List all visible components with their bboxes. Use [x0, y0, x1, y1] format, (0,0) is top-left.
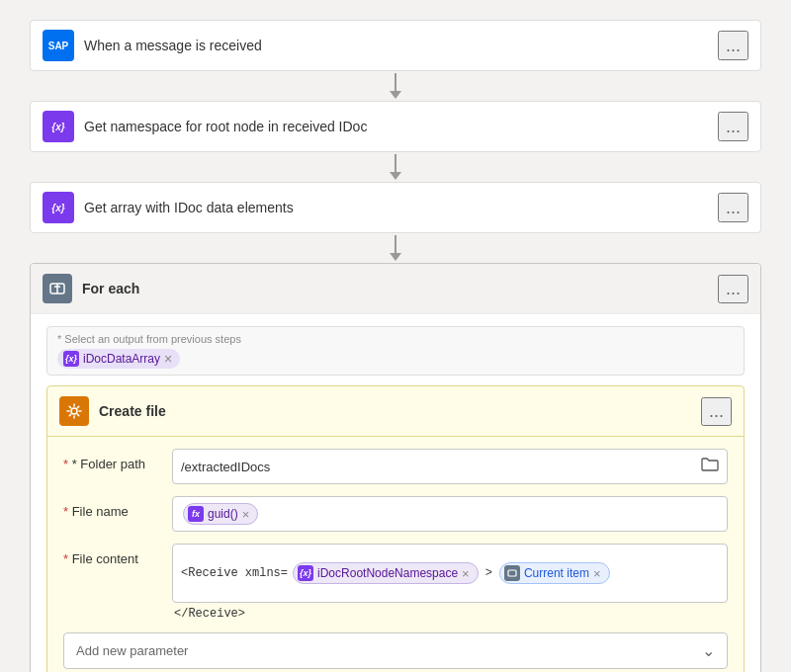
folder-path-value: /extractedIDocs — [181, 460, 270, 474]
get-array-more-button[interactable]: ... — [718, 193, 748, 222]
connector-line-2 — [395, 154, 396, 172]
flow-container: SAP When a message is received ... {x} G… — [30, 20, 761, 672]
connector-arrow-2 — [390, 172, 401, 180]
create-file-card: Create file ... * * Folder path /extract… — [46, 385, 745, 672]
get-namespace-card: {x} Get namespace for root node in recei… — [30, 101, 761, 152]
current-item-close[interactable]: × — [593, 567, 601, 580]
var-icon-label-3: {x} — [51, 203, 64, 213]
svg-point-1 — [71, 408, 77, 414]
create-file-icon — [59, 396, 89, 426]
create-file-body: * * Folder path /extractedIDocs — [47, 437, 744, 672]
connector-1 — [390, 73, 401, 99]
foreach-header: For each ... — [31, 264, 760, 314]
current-item-pill: Current item × — [499, 562, 610, 584]
foreach-more-button[interactable]: ... — [718, 275, 748, 303]
tag-label: iDocDataArray — [83, 352, 160, 366]
file-name-req: * — [63, 504, 72, 519]
folder-path-row: * * Folder path /extractedIDocs — [63, 449, 728, 484]
tag-close-button[interactable]: × — [164, 352, 172, 366]
connector-line-3 — [395, 235, 396, 253]
loop-pill-icon — [504, 565, 520, 581]
tag-icon-x: {x} — [63, 351, 79, 367]
fx-icon: fx — [188, 506, 204, 522]
current-item-label: Current item — [524, 566, 589, 580]
create-file-title: Create file — [99, 403, 701, 419]
create-file-more-button[interactable]: ... — [701, 397, 732, 426]
folder-path-req: * — [63, 457, 72, 471]
namespace-pill: {x} iDocRootNodeNamespace × — [293, 562, 479, 584]
folder-path-label-text: * Folder path — [72, 457, 145, 471]
svg-rect-2 — [508, 570, 516, 576]
chevron-down-icon: ⌄ — [702, 641, 715, 660]
file-name-field[interactable]: fx guid() × — [172, 496, 728, 532]
var-icon-2: {x} — [43, 111, 74, 142]
connector-2 — [390, 154, 401, 180]
sap-trigger-more-button[interactable]: ... — [718, 31, 748, 60]
connector-line-1 — [395, 73, 396, 91]
foreach-body: * Select an output from previous steps {… — [31, 314, 760, 672]
get-array-title: Get array with IDoc data elements — [84, 200, 718, 215]
select-output-field[interactable]: * Select an output from previous steps {… — [46, 326, 745, 376]
get-array-card: {x} Get array with IDoc data elements ..… — [30, 182, 761, 233]
create-file-header: Create file ... — [47, 386, 744, 437]
file-content-req: * — [63, 551, 72, 566]
var-icon-label-2: {x} — [51, 122, 64, 132]
guid-pill-label: guid() — [208, 507, 238, 521]
folder-svg-icon — [701, 457, 719, 472]
file-content-field[interactable]: <Receive xmlns= {x} iDocRootNodeNamespac… — [172, 544, 728, 603]
namespace-pill-close[interactable]: × — [462, 567, 470, 580]
sap-trigger-title: When a message is received — [84, 38, 718, 53]
get-namespace-more-button[interactable]: ... — [718, 112, 748, 141]
create-file-svg-icon — [65, 402, 83, 420]
guid-pill: fx guid() × — [183, 503, 258, 525]
foreach-title: For each — [82, 281, 718, 296]
loop-svg-icon — [48, 280, 66, 297]
folder-path-label: * * Folder path — [63, 449, 172, 471]
idoc-data-array-tag: {x} iDocDataArray × — [57, 349, 180, 369]
foreach-icon — [43, 274, 72, 303]
sap-trigger-card: SAP When a message is received ... — [30, 20, 761, 71]
connector-arrow-3 — [390, 253, 401, 261]
loop-small-svg — [507, 568, 517, 578]
foreach-container: For each ... * Select an output from pre… — [30, 263, 761, 672]
receive-prefix-text: <Receive xmlns= — [181, 566, 288, 580]
file-name-label-text: File name — [72, 504, 129, 519]
var-icon-3: {x} — [43, 192, 74, 223]
file-content-label-text: File content — [72, 551, 138, 566]
file-name-label: * File name — [63, 496, 172, 519]
get-namespace-title: Get namespace for root node in received … — [84, 119, 718, 134]
select-output-label: * Select an output from previous steps — [57, 333, 734, 345]
folder-browse-icon[interactable] — [701, 457, 719, 476]
namespace-pill-icon: {x} — [298, 565, 313, 581]
file-name-row: * File name fx guid() × — [63, 496, 728, 532]
file-content-row: * File content <Receive xmlns= {x} iDocR… — [63, 544, 728, 621]
add-param-text: Add new parameter — [76, 643, 188, 658]
middle-text: > — [485, 566, 492, 580]
folder-path-field[interactable]: /extractedIDocs — [172, 449, 728, 484]
add-param-row[interactable]: Add new parameter ⌄ — [63, 632, 728, 669]
connector-arrow-1 — [390, 91, 401, 99]
receive-suffix: </Receive> — [172, 607, 728, 621]
file-content-label: * File content — [63, 544, 172, 566]
sap-icon-label: SAP — [48, 41, 69, 51]
connector-3 — [390, 235, 401, 261]
guid-pill-close[interactable]: × — [242, 508, 250, 521]
sap-icon: SAP — [43, 30, 74, 61]
namespace-pill-label: iDocRootNodeNamespace — [317, 566, 458, 580]
